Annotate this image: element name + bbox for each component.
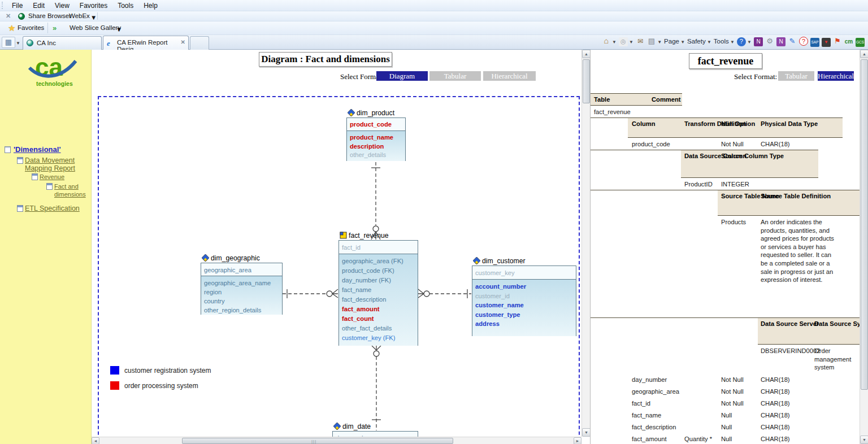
- quick-tabs-button[interactable]: ▦: [2, 37, 15, 48]
- share-toolbar: ✕ Share Browser WebEx ▼: [0, 11, 868, 21]
- webex-dropdown-icon[interactable]: ▼: [90, 14, 97, 21]
- read-mail-icon[interactable]: ✉: [636, 37, 645, 47]
- menu-edit[interactable]: Edit: [28, 0, 50, 11]
- cell: Source Table Name: [721, 192, 753, 201]
- sidebar-link--dimensional-[interactable]: 'Dimensional': [14, 146, 87, 154]
- format-button-diagram[interactable]: Diagram: [376, 71, 428, 81]
- sidebar-link-etl-specification[interactable]: ETL Specification: [25, 204, 93, 212]
- cell: Source Column Type: [721, 152, 755, 160]
- scroll-thumb[interactable]: |||: [182, 438, 453, 444]
- cell: Null: [721, 435, 757, 443]
- menu-help[interactable]: Help: [138, 0, 163, 11]
- menu-tools[interactable]: Tools: [112, 0, 138, 11]
- dropdown-icon[interactable]: ▼: [628, 40, 633, 45]
- table-row: day_numberNot NullCHAR(18): [591, 373, 860, 385]
- web-slice-dropdown-icon[interactable]: ▼: [116, 26, 122, 33]
- dropdown-icon[interactable]: ▼: [706, 40, 711, 45]
- quick-tabs-dropdown-icon[interactable]: ▼: [16, 41, 20, 46]
- attribute: geographic_area: [204, 265, 279, 275]
- sidebar-link-data-movement-mapping-report[interactable]: Data Movement Mapping Report: [25, 156, 95, 172]
- cell: fact_name: [632, 411, 682, 420]
- gcs-icon[interactable]: GCS: [856, 37, 865, 47]
- diagram-report-pane: Diagram : Fact and dimensions Select For…: [92, 50, 590, 444]
- attribute: address: [475, 319, 573, 329]
- format-button-hierarchical[interactable]: Hierarchical: [483, 71, 536, 81]
- tab-close-icon[interactable]: ✕: [181, 39, 185, 45]
- scroll-up-icon[interactable]: ▲: [582, 50, 590, 58]
- cell: Data Source Column: [684, 152, 717, 160]
- scroll-thumb[interactable]: [583, 59, 590, 103]
- attribute: account_number: [475, 282, 573, 291]
- new-tab-stub[interactable]: [190, 36, 209, 50]
- key-attributes: fact_id: [339, 241, 418, 254]
- tab-ca-inc[interactable]: CA Inc: [23, 36, 102, 50]
- share-browser-button[interactable]: Share Browser: [28, 12, 71, 19]
- dropdown-icon[interactable]: ▼: [746, 40, 752, 45]
- cell: CHAR(18): [761, 411, 813, 420]
- web-slice-gallery-button[interactable]: Web Slice Gallery: [70, 24, 121, 31]
- scroll-down-icon[interactable]: ▼: [860, 436, 868, 444]
- lync-pen-icon[interactable]: ✎: [788, 37, 797, 47]
- dropdown-icon[interactable]: ▼: [679, 40, 685, 45]
- rule-line: [591, 190, 860, 190]
- scroll-grip: |||: [311, 439, 316, 444]
- help-red-icon[interactable]: ?: [799, 37, 808, 47]
- scroll-right-icon[interactable]: ►: [574, 437, 581, 444]
- send-to-onenote-icon[interactable]: N: [776, 37, 785, 47]
- diagram-vertical-scrollbar[interactable]: ▲ ▼: [581, 50, 590, 437]
- web-slice-icon[interactable]: »: [53, 24, 57, 32]
- map-pin-icon[interactable]: ▼: [822, 37, 831, 47]
- sidebar-link-fact-and-dimensions[interactable]: Fact and dimensions: [54, 182, 87, 198]
- dropdown-icon[interactable]: ▼: [656, 40, 662, 45]
- scroll-down-icon[interactable]: ▼: [582, 428, 590, 437]
- sap-icon[interactable]: SAP: [810, 37, 819, 47]
- attribute: geographic_area_name: [204, 278, 279, 288]
- print-icon[interactable]: ▤ ▼: [647, 37, 662, 47]
- legend-label: customer registration system: [124, 367, 211, 375]
- favorites-star-icon[interactable]: ★: [8, 23, 15, 33]
- format-button-tabular[interactable]: Tabular: [778, 71, 814, 81]
- dropdown-icon[interactable]: ▼: [611, 40, 617, 45]
- onenote-icon[interactable]: N: [754, 37, 763, 47]
- menu-file[interactable]: File: [7, 0, 28, 11]
- tab-erwin-report-designer[interactable]: e CA ERwin Report Desig... ✕: [103, 36, 189, 50]
- entity-name-fact_revenue: fact_revenue: [340, 232, 388, 240]
- dropdown-icon[interactable]: ▼: [729, 40, 735, 45]
- menu-view[interactable]: View: [50, 0, 75, 11]
- scroll-left-icon[interactable]: ◄: [92, 437, 99, 444]
- red-flag-icon[interactable]: ⚑: [833, 37, 842, 47]
- page-menu-button[interactable]: Page ▼: [664, 37, 685, 47]
- format-button-tabular[interactable]: Tabular: [429, 71, 481, 81]
- attribute: fact_amount: [342, 304, 415, 314]
- favorites-button[interactable]: Favorites: [18, 24, 44, 31]
- feeds-icon[interactable]: ◎ ▼: [619, 37, 633, 47]
- table-header-row: Source Table NameSource Table Definition: [591, 190, 860, 216]
- send-to-onenote-icon: N: [776, 37, 785, 46]
- lync-pen-icon: ✎: [788, 37, 797, 46]
- safety-menu-button[interactable]: Safety ▼: [687, 37, 711, 47]
- cell: CHAR(18): [761, 399, 813, 408]
- home-icon[interactable]: ⌂ ▼: [602, 37, 617, 47]
- tools-menu-button[interactable]: Tools ▼: [714, 37, 735, 47]
- scroll-thumb[interactable]: [861, 59, 868, 390]
- webex-menu[interactable]: WebEx: [69, 12, 90, 19]
- cm-icon[interactable]: cm: [844, 37, 853, 47]
- format-button-hierarchical[interactable]: Hierarchical: [818, 71, 854, 81]
- settings-gear-icon[interactable]: ⚙: [765, 37, 774, 47]
- diagram-horizontal-scrollbar[interactable]: ◄ ||| ►: [92, 437, 581, 444]
- sidebar-link-revenue[interactable]: Revenue: [40, 173, 85, 181]
- cell: Order management system: [814, 347, 860, 372]
- detail-vertical-scrollbar[interactable]: ▲ ▼: [860, 50, 868, 444]
- tab-bar: ▦ ▼ CA Inc e CA ERwin Report Desig... ✕ …: [0, 35, 868, 50]
- scroll-up-icon[interactable]: ▲: [860, 50, 868, 58]
- attribute: geographic_area (FK): [342, 256, 415, 266]
- help-icon[interactable]: ? ▼: [737, 37, 752, 47]
- cell: Not Null: [721, 388, 757, 396]
- report-icon: [17, 157, 23, 164]
- cell: fact_revenue: [594, 108, 648, 116]
- page-icon: [5, 146, 11, 153]
- cell: Null: [721, 423, 757, 432]
- close-toolbar-icon[interactable]: ✕: [6, 12, 11, 20]
- attribute: customer_key (FK): [342, 333, 415, 343]
- menu-favorites[interactable]: Favorites: [75, 0, 112, 11]
